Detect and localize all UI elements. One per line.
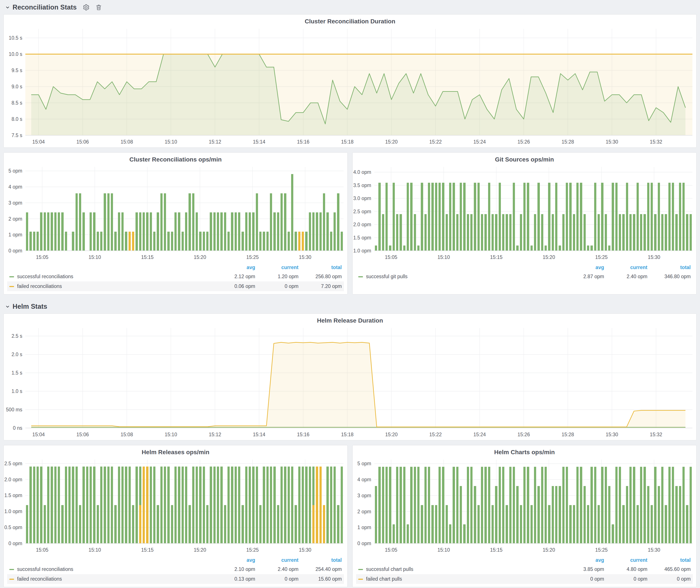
legend-header-spacer (356, 556, 563, 564)
legend-series-color-marker (9, 569, 14, 570)
svg-text:15:15: 15:15 (141, 547, 154, 553)
panel-title[interactable]: Helm Release Duration (4, 314, 696, 325)
legend-series-label[interactable]: successful chart pulls (356, 564, 563, 574)
legend-stat-total: 254.40 opm (301, 564, 344, 574)
legend-stat-header-current[interactable]: current (257, 556, 301, 564)
panel-title[interactable]: Cluster Reconciliations ops/min (4, 153, 347, 163)
svg-text:15:28: 15:28 (562, 139, 574, 145)
legend-row: failed reconciliations0.06 opm0 opm7.20 … (7, 281, 344, 291)
svg-text:15:30: 15:30 (606, 432, 618, 437)
legend-stat-total: 256.80 opm (301, 272, 344, 281)
legend-stat-header-current[interactable]: current (606, 556, 650, 564)
svg-text:15:16: 15:16 (297, 432, 310, 437)
svg-text:2.0 opm: 2.0 opm (353, 222, 371, 227)
svg-text:15:15: 15:15 (141, 254, 154, 260)
section-header-reconciliation-stats[interactable]: Reconciliation Stats (0, 0, 700, 14)
svg-text:15:10: 15:10 (437, 254, 450, 260)
legend-stat-header-total[interactable]: total (301, 556, 344, 564)
legend-series-label[interactable]: failed reconciliations (7, 574, 214, 584)
svg-text:0 opm: 0 opm (8, 248, 22, 254)
legend-series-label[interactable]: successful git pulls (356, 272, 563, 281)
svg-text:1.0 opm: 1.0 opm (4, 509, 22, 514)
svg-text:15:32: 15:32 (650, 139, 662, 145)
legend-series-label[interactable]: successful reconciliations (7, 564, 214, 574)
legend-row: failed reconciliations0.13 opm0 opm15.60… (7, 574, 344, 584)
legend-stat-header-current[interactable]: current (257, 263, 301, 272)
svg-text:9.5 s: 9.5 s (11, 68, 22, 73)
helm-release-duration-chart: 2.5 s2.0 s1.5 s1.0 s500 ms0 ns15:0415:06… (4, 325, 696, 440)
legend-stat-current: 0 opm (257, 574, 301, 584)
chevron-down-icon (5, 5, 10, 10)
legend-stat-avg: 0.13 opm (214, 574, 257, 584)
panel-git-sources-opm: Git Sources ops/min 4.0 opm3.5 opm3.0 op… (352, 152, 697, 294)
svg-text:1 opm: 1 opm (357, 525, 371, 530)
svg-text:15:20: 15:20 (194, 254, 206, 260)
svg-text:10.0 s: 10.0 s (9, 51, 22, 57)
panel-title[interactable]: Helm Releases ops/min (4, 445, 347, 456)
svg-text:15:04: 15:04 (32, 432, 45, 437)
legend-stat-header-avg[interactable]: avg (563, 263, 606, 272)
svg-text:15:15: 15:15 (490, 547, 503, 553)
legend-stat-avg: 0 opm (563, 574, 606, 584)
legend-header-spacer (356, 263, 563, 272)
legend-stat-header-current[interactable]: current (606, 263, 650, 272)
svg-text:15:08: 15:08 (121, 139, 133, 145)
svg-text:2.0 s: 2.0 s (11, 352, 22, 357)
legend-series-label[interactable]: failed chart pulls (356, 574, 563, 584)
legend-stat-header-total[interactable]: total (650, 556, 693, 564)
legend-series-color-marker (9, 286, 14, 287)
svg-text:2.0 opm: 2.0 opm (4, 477, 22, 482)
svg-text:0.5 opm: 0.5 opm (4, 525, 22, 530)
svg-text:15:05: 15:05 (36, 254, 48, 260)
svg-text:15:06: 15:06 (76, 139, 89, 145)
panel-title[interactable]: Git Sources ops/min (353, 153, 696, 163)
svg-text:3 opm: 3 opm (8, 200, 22, 206)
legend-series-color-marker (9, 579, 14, 580)
cluster-reconciliations-chart: 5 opm4 opm3 opm2 opm1 opm0 opm15:0515:10… (4, 163, 347, 263)
panel-title[interactable]: Helm Charts ops/min (353, 445, 696, 456)
legend-stat-current: 4.80 opm (606, 564, 650, 574)
legend-stat-avg: 2.12 opm (214, 272, 257, 281)
legend-series-label[interactable]: failed reconciliations (7, 281, 214, 291)
panel-cluster-reconciliation-duration: Cluster Reconciliation Duration 10.5 s10… (3, 14, 697, 148)
gear-icon[interactable] (82, 4, 90, 11)
svg-text:15:26: 15:26 (518, 139, 530, 145)
trash-icon[interactable] (95, 4, 102, 11)
svg-text:15:30: 15:30 (299, 547, 311, 553)
svg-text:15:30: 15:30 (648, 254, 660, 260)
section-title[interactable]: Helm Stats (5, 303, 47, 310)
legend-stat-total: 7.20 opm (301, 281, 344, 291)
chevron-down-icon (5, 304, 10, 309)
panel-helm-release-duration: Helm Release Duration 2.5 s2.0 s1.5 s1.0… (3, 313, 697, 440)
legend: avgcurrenttotalsuccessful reconciliation… (4, 263, 347, 294)
svg-text:7.5 s: 7.5 s (11, 132, 22, 138)
svg-text:8.0 s: 8.0 s (11, 116, 22, 122)
legend-stat-header-avg[interactable]: avg (214, 263, 257, 272)
svg-text:15:20: 15:20 (385, 139, 398, 145)
legend-row: successful chart pulls3.85 opm4.80 opm46… (356, 564, 693, 574)
svg-text:15:12: 15:12 (209, 432, 221, 437)
legend: avgcurrenttotalsuccessful chart pulls3.8… (353, 556, 696, 587)
legend-row: failed chart pulls0 opm0 opm0 opm (356, 574, 693, 584)
panel-title[interactable]: Cluster Reconciliation Duration (4, 15, 696, 25)
section-title[interactable]: Reconciliation Stats (5, 3, 77, 11)
legend: avgcurrenttotalsuccessful git pulls2.87 … (353, 263, 696, 284)
legend-stat-header-total[interactable]: total (650, 263, 693, 272)
legend-stat-header-avg[interactable]: avg (214, 556, 257, 564)
legend-stat-current: 2.40 opm (606, 272, 650, 281)
helm-charts-chart: 5 opm4 opm3 opm2 opm1 opm0 opm15:0515:10… (353, 456, 696, 556)
legend-stat-header-total[interactable]: total (301, 263, 344, 272)
svg-text:4 opm: 4 opm (357, 477, 371, 482)
svg-text:4 opm: 4 opm (8, 184, 22, 190)
legend-series-label[interactable]: successful reconciliations (7, 272, 214, 281)
svg-text:15:05: 15:05 (36, 547, 48, 553)
svg-text:15:10: 15:10 (89, 547, 101, 553)
svg-text:2.5 opm: 2.5 opm (353, 209, 371, 214)
legend-stat-header-avg[interactable]: avg (563, 556, 606, 564)
svg-text:0 opm: 0 opm (357, 541, 371, 546)
section-header-helm-stats[interactable]: Helm Stats (0, 299, 700, 313)
legend-stat-avg: 2.10 opm (214, 564, 257, 574)
svg-text:15:12: 15:12 (209, 139, 221, 145)
legend-series-color-marker (358, 276, 363, 277)
svg-text:15:06: 15:06 (76, 432, 89, 437)
